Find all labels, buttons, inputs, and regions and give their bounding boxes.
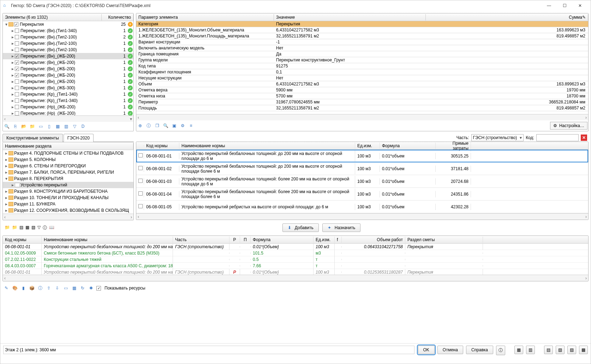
maximize-button[interactable]: ☐ — [557, 0, 572, 11]
norms-header-name[interactable]: Наименование нормы — [179, 143, 355, 149]
param-row[interactable]: Несущие конструкцииНет — [136, 75, 588, 81]
tree-row[interactable]: ▸Перекрытие: (Кр)_(Тип1-340)1✓ — [3, 97, 133, 104]
status-icon-6[interactable]: ▩ — [579, 346, 588, 354]
plus-icon[interactable]: + — [128, 22, 133, 27]
expand-icon[interactable]: ▸ — [11, 35, 15, 40]
expand-icon[interactable]: ▸ — [11, 111, 15, 115]
checkbox[interactable] — [15, 92, 19, 96]
tree-row[interactable]: ▸Перекрытие: (Вн).(Тип2-100)1✓ — [3, 40, 133, 47]
tree-row[interactable]: ▸Перекрытие: (Вн).(Тип1-340)1✓ — [3, 28, 133, 34]
status-icon-5[interactable]: ▨ — [567, 346, 576, 354]
param-row[interactable]: Включить аналитическую модельНет — [136, 45, 588, 51]
expand-icon[interactable]: ▸ — [4, 195, 8, 200]
tree-row[interactable]: ▸✓Перекрытие: (Вн)_(ЖБ-200)1✓ — [3, 53, 133, 59]
section-row[interactable]: ▸Раздел 9. КОНСТРУКЦИИ ИЗ БАРИТОБЕТОНА — [3, 188, 133, 195]
search-icon[interactable]: 🔍 — [4, 123, 10, 130]
tree-row[interactable]: ▸✓Перекрытие: (Вн)_(ЖБ-200)1✓ — [3, 72, 133, 78]
info-button[interactable]: ⓘ — [496, 346, 505, 355]
sections-body[interactable]: ▸Раздел 4. ПОДПОРНЫЕ СТЕНЫ И СТЕНЫ ПОДВА… — [3, 150, 133, 214]
norm-row[interactable]: 06-08-001-03Устройство перекрытий безбал… — [136, 175, 588, 188]
param-row[interactable]: 1.ЖЕЛЕЗОБЕТОН_(135)_Монолит.Объем_матери… — [136, 27, 588, 33]
status-icon-2[interactable]: ▥ — [526, 346, 535, 354]
expand-icon[interactable]: ▸ — [4, 208, 8, 213]
expand-icon[interactable]: ▸ — [4, 170, 8, 175]
expand-icon[interactable]: ▸ — [11, 105, 15, 109]
bt-header-code[interactable]: Код нормы — [3, 237, 42, 243]
tree-row[interactable]: ▸Перекрытие: (Вн).(Тип2-100)2✓ — [3, 34, 133, 40]
search-icon[interactable]: 🔍 — [162, 123, 169, 129]
norm-checkbox[interactable] — [138, 179, 143, 183]
expand-icon[interactable]: ▸ — [4, 189, 8, 194]
checkbox[interactable] — [15, 48, 19, 52]
tree-row[interactable]: ▸Перекрытие: (Вн).(Тип2-100)1✓ — [3, 47, 133, 53]
sort-icon[interactable]: ≡ — [188, 123, 194, 129]
tab-gesn2020[interactable]: ГЭСН-2020 — [64, 134, 94, 142]
expand-icon[interactable]: ▸ — [11, 79, 15, 84]
checkbox[interactable]: ✓ — [15, 73, 19, 77]
bt-header-vol[interactable]: Объем работ — [342, 237, 405, 243]
clear-code-button[interactable]: ✕ — [581, 135, 587, 141]
norm-row[interactable]: 06-08-001-01Устройство перекрытий безбал… — [136, 150, 588, 162]
expand-icon[interactable]: ▸ — [11, 47, 15, 52]
tree-row[interactable]: ▸Перекрытие: (Вн)_(ЖБ-200)1✓ — [3, 78, 133, 85]
assigned-row[interactable]: 08.4.03.03-0007Горячекатанная арматурная… — [3, 263, 588, 269]
assign-button[interactable]: ✦ Назначить — [322, 223, 360, 232]
tree-row[interactable]: ▸Перекрытие: (Нр)_(ЖБ-200)1✓ — [3, 104, 133, 110]
layout1-icon[interactable]: ▤ — [19, 225, 23, 231]
bt-header-r[interactable]: Р — [229, 237, 240, 243]
assigned-row[interactable]: 04.1.02.05-0009Смеси бетонные тяжелого б… — [3, 250, 588, 256]
norm-checkbox[interactable] — [138, 153, 143, 157]
box-icon[interactable]: 📦 — [29, 285, 35, 291]
param-row[interactable]: Объем6,43310422717582 м3163.899623 м3 — [136, 81, 588, 87]
tree-body[interactable]: ▾✓Перекрытия25+▸Перекрытие: (Вн).(Тип1-3… — [3, 21, 133, 115]
checkbox[interactable]: ✓ — [15, 54, 19, 58]
expand-icon[interactable]: ▸ — [11, 54, 15, 59]
bt-header-ed[interactable]: Ед.изм. — [314, 237, 335, 243]
section-row[interactable]: ▸Раздел 12. СООРУЖЕНИЯ, ВОЗВОДИМЫЕ В СКО… — [3, 207, 133, 214]
param-row[interactable]: Периметр31967,0780624655 мм366528.218084… — [136, 99, 588, 105]
checkbox[interactable] — [15, 111, 19, 115]
layout2-icon[interactable]: ▦ — [25, 225, 29, 231]
param-row[interactable]: Код типа91275 — [136, 63, 588, 69]
add-button[interactable]: ⬇ Добавить — [282, 223, 319, 232]
tree-row[interactable]: ▸Перекрытие: (Вн)_(ЖБ-300)1✓ — [3, 85, 133, 91]
tab-construct-elements[interactable]: Конструктивные элементы — [2, 134, 63, 142]
info-icon[interactable]: ⓘ — [43, 225, 47, 231]
export-icon[interactable]: ⇧ — [46, 285, 52, 291]
param-row[interactable]: Граница помещенияДа — [136, 51, 588, 57]
norm-row[interactable]: 06-08-001-04Устройство перекрытий безбал… — [136, 188, 588, 201]
add-icon[interactable]: ⊕ — [137, 123, 143, 129]
help-button[interactable]: Справка — [466, 346, 493, 354]
param-row[interactable]: Отметка верха5900 мм19700 мм — [136, 87, 588, 93]
bt-header-part[interactable]: Часть — [173, 237, 229, 243]
tree-row[interactable]: ▸✓Перекрытие: (Вн)_(ЖБ-200)1✓ — [3, 59, 133, 66]
checkbox[interactable]: ✓ — [15, 67, 19, 71]
code-input[interactable] — [536, 134, 579, 141]
checkbox[interactable] — [15, 86, 19, 90]
param-row[interactable]: Коэффициент поглощения0,1 — [136, 69, 588, 75]
expand-icon[interactable]: ▸ — [4, 163, 8, 168]
folder-open-icon[interactable]: 📂 — [20, 123, 27, 130]
minimize-button[interactable]: — — [541, 0, 557, 11]
section-row[interactable]: ▸Раздел 5. КОЛОННЫ — [3, 156, 133, 163]
param-row[interactable]: КатегорияПерекрытия — [136, 21, 588, 27]
expand-icon[interactable]: ▸ — [4, 157, 8, 162]
info-icon[interactable]: ⓘ — [37, 285, 43, 291]
info-icon[interactable]: ⓘ — [145, 123, 152, 129]
columns-icon[interactable]: ▥ — [63, 123, 69, 130]
assigned-row[interactable]: 06-08-001-01Устройство перекрытий безбал… — [3, 269, 588, 275]
assigned-row[interactable]: 07.2.02.11-0022Конструкции стальные тяже… — [3, 256, 588, 263]
norms-header-code[interactable]: Код нормы — [144, 143, 179, 149]
show-resources-checkbox[interactable]: ✓ — [96, 286, 101, 291]
param-row[interactable]: Вариант конструкции-1 — [136, 39, 588, 45]
folder-icon[interactable]: 📁 — [5, 225, 10, 231]
expand-icon[interactable]: ▸ — [11, 73, 15, 78]
norm-row[interactable]: 06-08-001-05Устройство перекрытий ребрис… — [136, 201, 588, 213]
table-icon[interactable]: ▦ — [71, 285, 77, 291]
ok-button[interactable]: OK — [418, 346, 435, 354]
expand-icon[interactable]: ▸ — [11, 85, 15, 90]
params-scrollbar[interactable]: ‹› — [136, 114, 588, 120]
params-header-param[interactable]: Параметр элемента — [136, 14, 274, 20]
checkbox[interactable] — [15, 99, 19, 103]
assigned-scrollbar[interactable]: ‹› — [3, 275, 588, 281]
